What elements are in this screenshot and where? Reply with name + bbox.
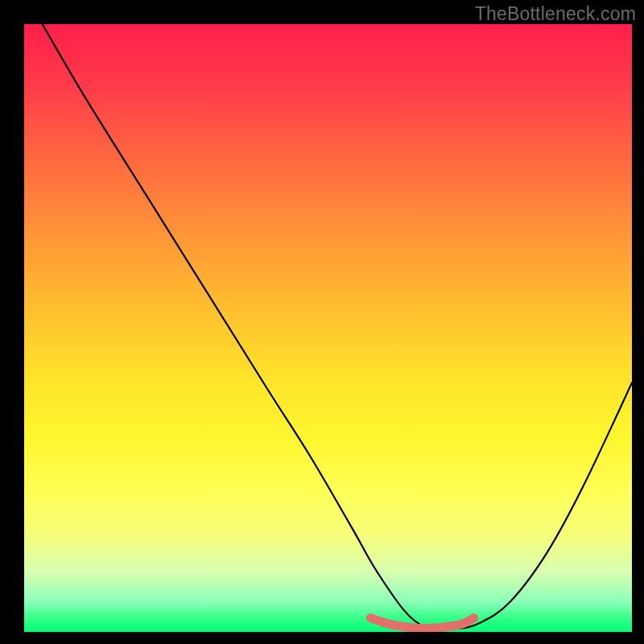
watermark-text: TheBottleneck.com: [475, 3, 636, 25]
chart-svg: [24, 24, 632, 632]
plot-area: [24, 24, 632, 632]
optimal-zone-path: [370, 618, 473, 629]
chart-frame: TheBottleneck.com: [0, 0, 644, 644]
bottleneck-curve-path: [43, 24, 632, 630]
